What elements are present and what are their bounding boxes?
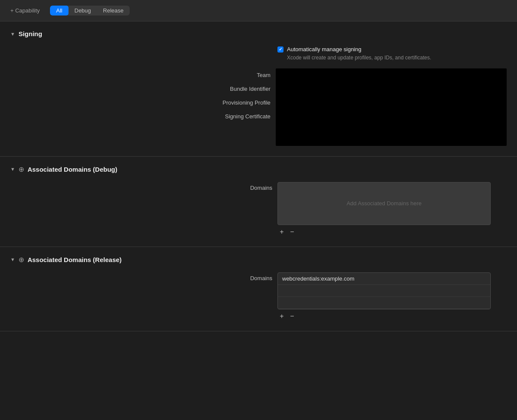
toolbar: + Capability All Debug Release: [0, 0, 517, 22]
release-domains-label: Domains: [10, 272, 277, 281]
content-area: ▼ Signing ✓ Automatically manage signing…: [0, 22, 517, 331]
release-domain-row-3[interactable]: [278, 297, 490, 309]
release-domain-row-2[interactable]: [278, 285, 490, 297]
associated-domains-release-header: ▼ ⊕ Associated Domains (Release): [10, 256, 507, 264]
release-domains-actions: + −: [277, 312, 491, 321]
filter-group: All Debug Release: [50, 6, 129, 15]
signing-black-box: [276, 68, 507, 146]
signing-section-header: ▼ Signing: [10, 30, 507, 37]
signing-disclosure-triangle[interactable]: ▼: [10, 31, 15, 37]
associated-domains-debug-header: ▼ ⊕ Associated Domains (Debug): [10, 165, 507, 173]
filter-release-button[interactable]: Release: [97, 6, 130, 15]
release-domain-row-1[interactable]: webcredentials:example.com: [278, 273, 490, 285]
add-capability-label: + Capability: [10, 7, 40, 14]
release-domains-table: webcredentials:example.com: [277, 272, 491, 309]
release-domains-area: Domains webcredentials:example.com + −: [10, 272, 507, 321]
associated-domains-debug-title: Associated Domains (Debug): [28, 166, 117, 173]
signing-cert-label: Signing Certificate: [225, 113, 271, 120]
signing-section: ▼ Signing ✓ Automatically manage signing…: [0, 22, 517, 157]
checkbox-line: ✓ Automatically manage signing: [277, 46, 431, 52]
release-domains-disclosure-triangle[interactable]: ▼: [10, 257, 15, 262]
auto-signing-row: ✓ Automatically manage signing Xcode wil…: [10, 46, 507, 62]
debug-remove-domain-button[interactable]: −: [288, 228, 296, 236]
release-domains-content: webcredentials:example.com + −: [277, 272, 491, 321]
debug-domains-area: Domains Add Associated Domains here + −: [10, 182, 507, 236]
debug-domains-actions: + −: [277, 228, 491, 236]
debug-domains-label: Domains: [10, 182, 277, 191]
auto-signing-container: ✓ Automatically manage signing Xcode wil…: [277, 46, 431, 62]
check-icon: ✓: [279, 47, 282, 52]
auto-signing-label: Automatically manage signing: [287, 46, 361, 52]
auto-signing-checkbox[interactable]: ✓: [277, 46, 283, 52]
release-add-domain-button[interactable]: +: [277, 312, 286, 321]
debug-domains-table: Add Associated Domains here: [277, 182, 491, 225]
associated-domains-release-section: ▼ ⊕ Associated Domains (Release) Domains…: [0, 247, 517, 331]
associated-domains-release-title: Associated Domains (Release): [28, 256, 121, 263]
release-domains-globe-icon: ⊕: [19, 256, 24, 264]
provisioning-profile-label: Provisioning Profile: [222, 99, 270, 106]
debug-domains-globe-icon: ⊕: [19, 165, 24, 173]
debug-domains-content: Add Associated Domains here + −: [277, 182, 491, 236]
associated-domains-debug-section: ▼ ⊕ Associated Domains (Debug) Domains A…: [0, 157, 517, 247]
signing-section-title: Signing: [19, 30, 42, 37]
bundle-id-label: Bundle Identifier: [230, 86, 271, 92]
filter-debug-button[interactable]: Debug: [69, 6, 97, 15]
auto-signing-description: Xcode will create and update profiles, a…: [287, 54, 431, 62]
debug-add-domain-button[interactable]: +: [277, 228, 286, 236]
filter-all-button[interactable]: All: [50, 6, 68, 15]
release-remove-domain-button[interactable]: −: [288, 312, 296, 321]
add-capability-button[interactable]: + Capability: [7, 6, 43, 15]
debug-domains-placeholder: Add Associated Domains here: [346, 200, 421, 207]
debug-domains-disclosure-triangle[interactable]: ▼: [10, 167, 15, 172]
team-label: Team: [257, 72, 271, 78]
